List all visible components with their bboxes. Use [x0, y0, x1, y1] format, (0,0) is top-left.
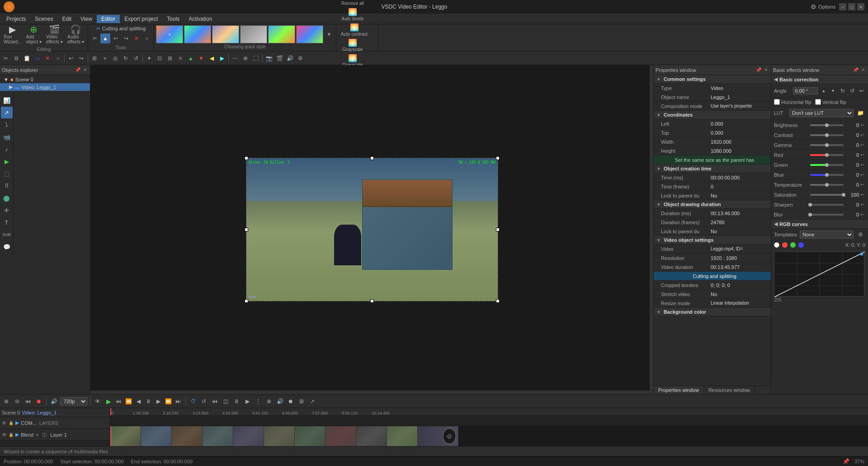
rotate-icon[interactable]: ↻	[121, 53, 131, 63]
left-icon[interactable]: ◀	[207, 53, 217, 63]
templates-icon[interactable]: ⚙	[855, 230, 865, 240]
menu-projects[interactable]: Projects	[2, 15, 30, 23]
brightness-slider[interactable]	[810, 124, 844, 126]
play-icon2[interactable]: ▶	[1, 155, 13, 167]
close-panel-icon[interactable]: ✕	[82, 67, 88, 73]
playhead[interactable]	[110, 408, 111, 415]
close-effects-icon[interactable]: ✕	[860, 67, 866, 73]
resize-mr[interactable]	[496, 228, 500, 231]
resolution-select[interactable]: 720p 1080p 480p	[60, 397, 87, 405]
same-size-row[interactable]: Set the same size as the parent has	[654, 155, 771, 165]
blue-channel-dot[interactable]	[798, 242, 804, 248]
h-flip-label[interactable]: Horizontal flip	[774, 99, 811, 105]
angle-up-btn[interactable]: ▲	[820, 86, 827, 96]
resize-tm[interactable]	[370, 156, 374, 160]
resize-tr[interactable]	[496, 156, 500, 160]
more-icon[interactable]: ⋯	[230, 53, 240, 63]
rotate2-icon[interactable]: ↺	[131, 53, 141, 63]
render-btn[interactable]: ⏺	[286, 397, 295, 406]
up-icon[interactable]: ▲	[186, 53, 196, 63]
tl-add-btn[interactable]: ⊕	[2, 397, 11, 406]
pin-props-icon[interactable]: 📌	[755, 67, 762, 73]
temperature-slider[interactable]	[810, 184, 844, 186]
contrast-slider[interactable]	[810, 134, 844, 136]
video-effects-btn[interactable]: 🎬 Videoeffects ▾	[44, 24, 65, 45]
close-btn[interactable]: ✕	[857, 3, 864, 10]
tl-prev-btn[interactable]: ⏮	[24, 397, 33, 406]
resize-ml[interactable]	[245, 228, 248, 231]
resize-bl[interactable]	[245, 299, 248, 303]
drawing-duration-header[interactable]: ▼ Object drawing duration	[654, 200, 771, 209]
green-slider[interactable]	[810, 164, 844, 166]
blob-icon[interactable]: ⬤	[1, 192, 13, 204]
pos-icon[interactable]: ≡	[175, 53, 185, 63]
menu-export[interactable]: Export project	[120, 15, 162, 23]
coordinates-header[interactable]: ▼ Coordinates	[654, 111, 771, 119]
angle-input[interactable]	[793, 87, 818, 94]
audio-icon[interactable]: 🔊	[285, 53, 295, 63]
options-btn[interactable]: ⚙ Options	[811, 3, 835, 10]
export-btn[interactable]: ↗	[308, 397, 317, 406]
pin-effects-icon[interactable]: 📌	[853, 67, 859, 73]
magnet-icon[interactable]: ◎	[110, 53, 120, 63]
maximize-btn[interactable]: □	[848, 3, 855, 10]
resize-tl[interactable]	[245, 156, 248, 160]
remove-all-btn[interactable]: ⊗ Remove all	[339, 0, 366, 7]
delete-btn[interactable]: ✕	[132, 33, 142, 43]
circle-btn[interactable]: ○	[142, 33, 152, 43]
fullscreen-icon[interactable]: ⛶	[251, 53, 261, 63]
style-thumb-6[interactable]	[296, 25, 323, 43]
go-start-btn[interactable]: ⏮	[114, 397, 123, 406]
redo-icon[interactable]: ↪	[76, 53, 86, 63]
frame-fwd-btn[interactable]: ▶	[154, 397, 163, 406]
menu-scenes[interactable]: Scenes	[30, 15, 57, 23]
paste-icon[interactable]: 📋	[22, 53, 32, 63]
pause-play-btn[interactable]: ⏸	[232, 397, 241, 406]
split-btn[interactable]: ⋮	[254, 397, 263, 406]
resize-bm[interactable]	[370, 299, 374, 303]
contrast-reset[interactable]: ↩	[859, 132, 865, 138]
rotate-ccw-btn[interactable]: ↺	[848, 86, 856, 96]
cut-icon[interactable]: ✂	[1, 53, 11, 63]
select-icon[interactable]: ⬚	[1, 168, 13, 179]
undo-btn[interactable]: ↩	[111, 33, 121, 43]
gamma-slider[interactable]	[810, 144, 844, 146]
tl-vis-btn[interactable]: 👁	[93, 397, 102, 406]
loop-btn[interactable]: ↺	[199, 397, 208, 406]
preview-btn[interactable]: ◫	[221, 397, 230, 406]
select-rect-icon[interactable]: ▭	[32, 53, 42, 63]
add-object-btn[interactable]: ⊕ Addobject ▾	[24, 24, 43, 45]
templates-select[interactable]: None	[800, 231, 854, 239]
resources-tab[interactable]: Resources window	[704, 386, 755, 394]
chat-icon[interactable]: 💬	[1, 241, 13, 253]
next-frame-btn[interactable]: ⏩	[164, 397, 173, 406]
v-flip-label[interactable]: Vertical flip	[815, 99, 846, 105]
screenshot-icon[interactable]: 📷	[264, 53, 274, 63]
rgb-curves-area[interactable]: 255	[771, 249, 868, 304]
common-settings-header[interactable]: ▼ Common settings	[654, 75, 771, 84]
undo-icon[interactable]: ↩	[66, 53, 76, 63]
style-thumb-2[interactable]	[184, 25, 211, 43]
circle-tool-icon[interactable]: ○	[53, 53, 63, 63]
bg-color-header[interactable]: ▼ Background color	[654, 308, 771, 316]
track-vis-icon[interactable]: 👁	[2, 420, 7, 426]
close-props-icon[interactable]: ✕	[763, 67, 769, 73]
grid-icon[interactable]: ⊞	[90, 53, 99, 63]
menu-tools[interactable]: Tools	[162, 15, 184, 23]
rgb-curves-header[interactable]: ◀ RGB curves	[771, 220, 868, 229]
temperature-reset[interactable]: ↩	[859, 182, 865, 188]
menu-activation[interactable]: Activation	[184, 15, 217, 23]
saturation-slider[interactable]	[810, 194, 844, 196]
sharpen-slider[interactable]	[810, 204, 844, 206]
style-thumb-1[interactable]: ✕	[156, 25, 183, 43]
video-item[interactable]: ▶ ▬ Video: Leggo_1	[0, 83, 90, 91]
skip-btn[interactable]: ▶	[243, 397, 252, 406]
stats-icon[interactable]: 📊	[1, 94, 13, 106]
video-settings-header[interactable]: ▼ Video object settings	[654, 236, 771, 245]
gamma-reset[interactable]: ↩	[859, 142, 865, 148]
sub-icon[interactable]: SUB	[1, 229, 13, 240]
lut-file-btn[interactable]: 📁	[855, 108, 865, 118]
resize-br[interactable]	[496, 299, 500, 303]
red-channel-dot[interactable]	[782, 242, 788, 248]
h-flip-checkbox[interactable]	[774, 99, 780, 105]
